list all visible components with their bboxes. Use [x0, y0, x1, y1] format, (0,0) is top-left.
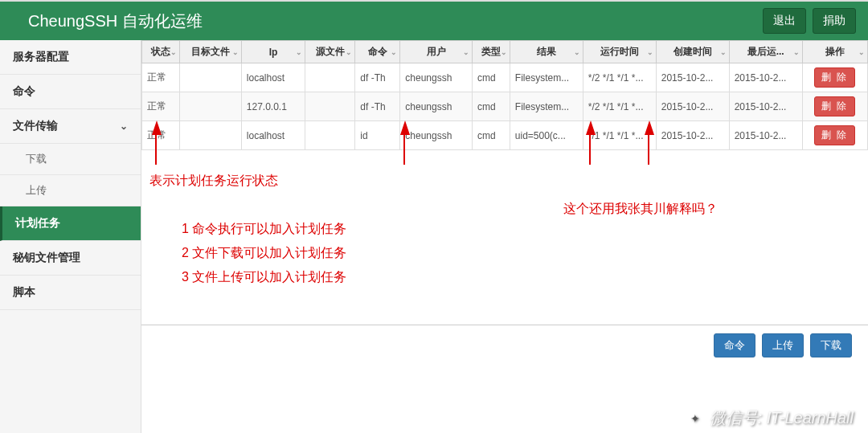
arrow-icon: [400, 121, 410, 135]
sidebar-item-server-config[interactable]: 服务器配置: [0, 40, 141, 75]
cell-ctime: 2015-10-2...: [656, 121, 729, 150]
footer-upload-button[interactable]: 上传: [762, 333, 804, 357]
col-src[interactable]: 源文件⌄: [305, 41, 355, 63]
sidebar-item-key-management[interactable]: 秘钥文件管理: [0, 241, 141, 276]
annotation-line2: 2 文件下载可以加入计划任务: [182, 245, 346, 262]
sidebar-item-command[interactable]: 命令: [0, 75, 141, 109]
cell-type: cmd: [473, 63, 510, 92]
cell-runtime: */2 */1 */1 *...: [583, 92, 656, 121]
arrow-icon: [152, 121, 162, 135]
cell-ltime: 2015-10-2...: [729, 63, 802, 92]
table-row[interactable]: 正常localhostidcheungsshcmduid=500(c...*/1…: [142, 121, 868, 150]
annotation-right: 这个还用我张其川解释吗？: [563, 201, 718, 218]
cell-action: 删 除: [802, 92, 867, 121]
cell-status: 正常: [142, 92, 180, 121]
cell-dest: [179, 121, 241, 150]
cell-ip: 127.0.0.1: [241, 92, 305, 121]
cell-src: [305, 121, 355, 150]
annotation-line1: 1 命令执行可以加入计划任务: [182, 221, 346, 238]
table-row[interactable]: 正常127.0.0.1df -ThcheungsshcmdFilesystem.…: [142, 92, 868, 121]
col-ltime[interactable]: 最后运...⌄: [729, 41, 802, 63]
delete-button[interactable]: 删 除: [814, 125, 855, 145]
arrow-stem: [589, 133, 591, 165]
cell-cmd: df -Th: [355, 63, 400, 92]
col-user[interactable]: 用户⌄: [400, 41, 473, 63]
cell-ip: localhost: [241, 63, 305, 92]
cell-type: cmd: [473, 121, 510, 150]
col-runtime[interactable]: 运行时间⌄: [583, 41, 656, 63]
sort-icon: ⌄: [720, 48, 727, 56]
arrow-icon: [645, 121, 654, 135]
arrow-stem: [403, 133, 405, 165]
cell-status: 正常: [142, 63, 180, 92]
donate-button[interactable]: 捐助: [813, 8, 856, 34]
col-cmd[interactable]: 命令⌄: [355, 41, 400, 63]
wechat-icon: ✦: [686, 409, 705, 428]
sort-icon: ⌄: [501, 48, 507, 56]
col-dest[interactable]: 目标文件⌄: [179, 41, 241, 63]
sidebar-subitem-download[interactable]: 下载: [0, 144, 141, 175]
cell-user: cheungssh: [400, 92, 473, 121]
cell-result: Filesystem...: [510, 63, 583, 92]
col-ctime[interactable]: 创建时间⌄: [656, 41, 729, 63]
cell-ip: localhost: [241, 121, 305, 150]
arrow-icon: [586, 121, 596, 135]
sort-icon: ⌄: [170, 48, 177, 56]
annotation-line3: 3 文件上传可以加入计划任务: [182, 269, 346, 286]
col-result[interactable]: 结果⌄: [510, 41, 583, 63]
table-row[interactable]: 正常localhostdf -ThcheungsshcmdFilesystem.…: [142, 63, 868, 92]
cell-user: cheungssh: [400, 63, 473, 92]
header-buttons: 退出 捐助: [763, 8, 856, 34]
sidebar-subitem-upload[interactable]: 上传: [0, 175, 141, 206]
arrow-stem: [648, 133, 649, 165]
sidebar-item-script[interactable]: 脚本: [0, 276, 141, 310]
col-action[interactable]: 操作⌄: [802, 41, 867, 63]
sidebar: 服务器配置 命令 文件传输⌄ 下载 上传 计划任务 秘钥文件管理 脚本: [0, 40, 141, 433]
cell-action: 删 除: [802, 63, 867, 92]
arrow-stem: [155, 133, 157, 165]
watermark: ✦ 微信号: IT-LearnHall: [686, 407, 854, 429]
cell-ctime: 2015-10-2...: [656, 63, 729, 92]
cell-ctime: 2015-10-2...: [656, 92, 729, 121]
sort-icon: ⌄: [574, 48, 580, 56]
cell-cmd: df -Th: [355, 92, 400, 121]
delete-button[interactable]: 删 除: [814, 67, 855, 88]
header: CheungSSH 自动化运维 退出 捐助: [0, 0, 868, 40]
sort-icon: ⌄: [858, 48, 865, 56]
footer-download-button[interactable]: 下载: [810, 333, 852, 357]
cell-cmd: id: [355, 121, 400, 150]
app-title: CheungSSH 自动化运维: [28, 10, 203, 32]
col-ip[interactable]: Ip⌄: [241, 41, 305, 63]
content-area: 状态⌄ 目标文件⌄ Ip⌄ 源文件⌄ 命令⌄ 用户⌄ 类型⌄ 结果⌄ 运行时间⌄…: [141, 40, 868, 433]
sort-icon: ⌄: [647, 48, 653, 56]
col-status[interactable]: 状态⌄: [142, 41, 180, 63]
cell-ltime: 2015-10-2...: [729, 92, 802, 121]
sort-icon: ⌄: [232, 48, 239, 56]
cell-action: 删 除: [802, 121, 867, 150]
sort-icon: ⌄: [346, 48, 352, 56]
sort-icon: ⌄: [793, 48, 800, 56]
cell-type: cmd: [473, 92, 510, 121]
cell-src: [305, 92, 355, 121]
cell-dest: [179, 63, 241, 92]
chevron-down-icon: ⌄: [120, 121, 128, 132]
task-table: 状态⌄ 目标文件⌄ Ip⌄ 源文件⌄ 命令⌄ 用户⌄ 类型⌄ 结果⌄ 运行时间⌄…: [141, 40, 868, 150]
col-type[interactable]: 类型⌄: [473, 41, 510, 63]
cell-user: cheungssh: [400, 121, 473, 150]
sort-icon: ⌄: [296, 48, 302, 56]
cell-dest: [179, 92, 241, 121]
cell-result: uid=500(c...: [510, 121, 583, 150]
cell-src: [305, 63, 355, 92]
sort-icon: ⌄: [391, 48, 397, 56]
logout-button[interactable]: 退出: [763, 8, 806, 34]
footer-buttons: 命令 上传 下载: [141, 325, 868, 366]
cell-runtime: */2 */1 */1 *...: [583, 63, 656, 92]
footer-cmd-button[interactable]: 命令: [714, 333, 755, 357]
sidebar-item-scheduled-tasks[interactable]: 计划任务: [0, 206, 141, 241]
delete-button[interactable]: 删 除: [814, 96, 855, 116]
sidebar-item-file-transfer[interactable]: 文件传输⌄: [0, 109, 141, 144]
annotation-status: 表示计划任务运行状态: [149, 173, 278, 190]
sort-icon: ⌄: [463, 48, 469, 56]
cell-ltime: 2015-10-2...: [729, 121, 802, 150]
cell-result: Filesystem...: [510, 92, 583, 121]
